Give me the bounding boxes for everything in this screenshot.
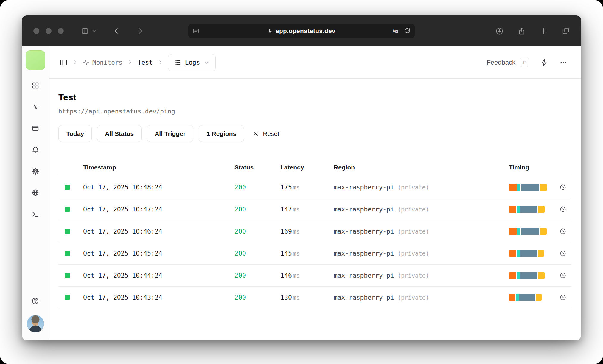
sidebar-item-settings[interactable]: [29, 165, 42, 178]
clock-icon[interactable]: [560, 272, 566, 279]
help-circle-icon: [31, 297, 39, 305]
view-selector-label: Logs: [185, 59, 200, 66]
log-row[interactable]: Oct 17, 2025 10:47:24 200 147 ms max-ras…: [58, 198, 571, 220]
timing-segment: [519, 294, 535, 301]
app-header: Monitors Test Logs: [49, 46, 581, 79]
tab-group-chevron-button[interactable]: [92, 29, 97, 33]
downloads-button[interactable]: [495, 27, 503, 35]
reset-filters-button[interactable]: Reset: [249, 130, 282, 137]
chevron-right-icon: [127, 60, 133, 65]
clock-icon[interactable]: [560, 250, 566, 257]
timing-bar: [509, 272, 547, 279]
filter-regions[interactable]: 1 Regions: [199, 125, 244, 142]
url-text: app.openstatus.dev: [276, 27, 335, 35]
help-button[interactable]: [29, 294, 42, 307]
activity-icon: [83, 59, 89, 66]
status-indicator: [65, 273, 70, 278]
zoom-button[interactable]: [58, 28, 64, 34]
clock-icon[interactable]: [560, 294, 566, 301]
latency-unit: ms: [293, 272, 300, 279]
log-row[interactable]: Oct 17, 2025 10:45:24 200 145 ms max-ras…: [58, 242, 571, 264]
sidebar-item-cli[interactable]: [29, 208, 42, 221]
browser-window: app.openstatus.dev Ax: [22, 15, 581, 340]
timing-segment: [520, 250, 537, 257]
timing-segment: [517, 228, 520, 235]
filter-bar: Today All Status All Trigger 1 Regions R…: [58, 125, 571, 142]
reset-label: Reset: [263, 130, 279, 137]
log-timestamp: Oct 17, 2025 10:43:24: [83, 294, 234, 301]
back-button[interactable]: [113, 27, 120, 35]
sidebar-item-notifications[interactable]: [29, 143, 42, 156]
panel-toggle-button[interactable]: [60, 58, 68, 66]
log-row[interactable]: Oct 17, 2025 10:43:24 200 130 ms max-ras…: [58, 286, 571, 308]
column-header-timestamp: Timestamp: [83, 164, 234, 171]
svg-text:x: x: [396, 30, 398, 33]
latency-value: 130: [280, 294, 292, 301]
sidebar-item-monitors[interactable]: [29, 100, 42, 113]
region-name: max-raspberry-pi: [334, 183, 394, 191]
toolbar-sidebar-button[interactable]: [81, 27, 89, 35]
page-settings-button[interactable]: [192, 27, 200, 35]
log-status-code: 200: [234, 183, 280, 191]
chevron-right-icon: [72, 60, 78, 65]
page-title: Test: [58, 92, 571, 102]
breadcrumb-monitor-name[interactable]: Test: [138, 59, 153, 66]
status-indicator: [65, 229, 70, 234]
timing-segment: [540, 228, 547, 235]
new-tab-button[interactable]: [540, 27, 548, 35]
clock-icon[interactable]: [560, 206, 566, 213]
user-avatar[interactable]: [27, 315, 44, 332]
tab-overview-icon: [562, 27, 570, 35]
log-timestamp: Oct 17, 2025 10:45:24: [83, 250, 234, 257]
log-timestamp: Oct 17, 2025 10:48:24: [83, 183, 234, 191]
table-header: Timestamp Status Latency Region Timing: [58, 159, 571, 176]
sidebar-item-dashboard[interactable]: [29, 79, 42, 92]
log-row[interactable]: Oct 17, 2025 10:44:24 200 146 ms max-ras…: [58, 264, 571, 286]
timing-segment: [516, 294, 519, 301]
latency-unit: ms: [293, 228, 300, 235]
address-bar[interactable]: app.openstatus.dev Ax: [188, 24, 415, 38]
region-visibility-badge: (private): [397, 206, 429, 213]
translate-button[interactable]: Ax: [391, 27, 399, 35]
sidebar-item-domains[interactable]: [29, 186, 42, 199]
log-timestamp: Oct 17, 2025 10:46:24: [83, 228, 234, 235]
timing-segment: [509, 184, 517, 191]
log-row[interactable]: Oct 17, 2025 10:46:24 200 169 ms max-ras…: [58, 220, 571, 242]
latency-value: 147: [280, 206, 292, 213]
log-status-code: 200: [234, 228, 280, 235]
log-timestamp: Oct 17, 2025 10:47:24: [83, 206, 234, 213]
timing-segment: [521, 228, 539, 235]
region-name: max-raspberry-pi: [334, 294, 394, 301]
breadcrumb: Monitors Test Logs: [60, 54, 216, 71]
share-button[interactable]: [518, 27, 526, 35]
breadcrumb-monitors[interactable]: Monitors: [83, 59, 122, 66]
status-indicator: [65, 295, 70, 300]
feedback-button[interactable]: Feedback F: [487, 58, 529, 67]
region-visibility-badge: (private): [397, 228, 429, 235]
clock-icon[interactable]: [560, 228, 566, 235]
quick-actions-button[interactable]: [540, 59, 548, 66]
close-button[interactable]: [33, 28, 39, 34]
timing-segment: [520, 206, 537, 213]
sidebar-item-status-pages[interactable]: [29, 122, 42, 135]
chevron-down-icon: [204, 60, 210, 66]
status-indicator: [65, 185, 70, 190]
filter-status[interactable]: All Status: [97, 125, 142, 142]
filter-trigger[interactable]: All Trigger: [147, 125, 193, 142]
timing-segment: [517, 272, 520, 279]
view-selector-dropdown[interactable]: Logs: [168, 54, 216, 71]
latency-value: 145: [280, 250, 292, 257]
minimize-button[interactable]: [46, 28, 52, 34]
region-visibility-badge: (private): [397, 272, 429, 279]
log-row[interactable]: Oct 17, 2025 10:48:24 200 175 ms max-ras…: [58, 176, 571, 198]
tab-overview-button[interactable]: [562, 27, 570, 35]
log-status-code: 200: [234, 250, 280, 257]
filter-date[interactable]: Today: [58, 125, 92, 142]
clock-icon[interactable]: [560, 184, 566, 191]
more-options-button[interactable]: [560, 59, 567, 66]
forward-button[interactable]: [136, 27, 144, 35]
feedback-label: Feedback: [487, 59, 515, 66]
reload-button[interactable]: [404, 28, 411, 34]
workspace-logo[interactable]: [26, 50, 45, 70]
log-status-code: 200: [234, 206, 280, 213]
